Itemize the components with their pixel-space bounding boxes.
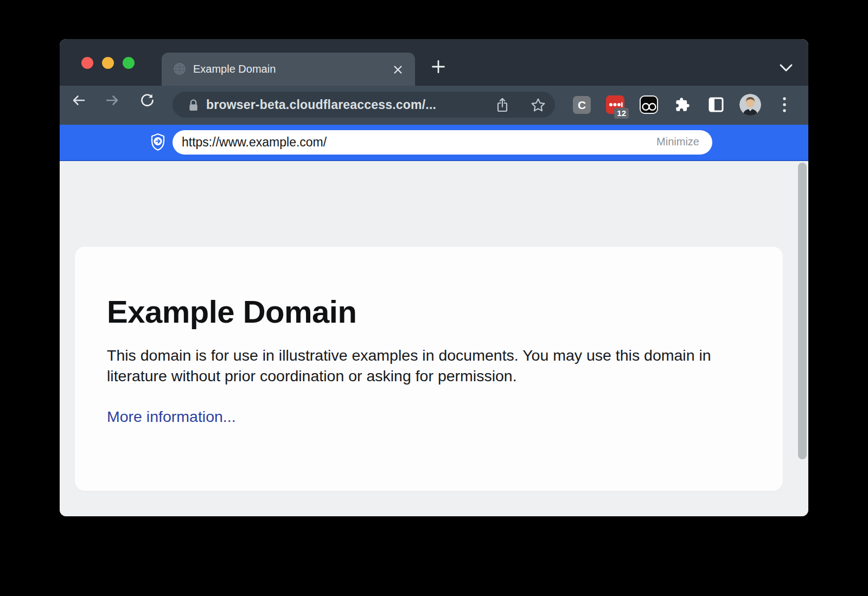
shield-arrow-icon [150, 133, 165, 151]
vertical-scrollbar-thumb[interactable] [798, 163, 807, 459]
page-paragraph: This domain is for use in illustrative e… [107, 345, 732, 386]
chevron-down-icon [779, 63, 793, 72]
new-tab-button[interactable] [425, 54, 451, 80]
password-manager-badge: 12 [614, 108, 629, 119]
minimize-bar-button[interactable]: Minimize [656, 136, 699, 148]
remote-browser-access-bar: https://www.example.com/ Minimize [60, 125, 808, 161]
page-viewport: Example Domain This domain is for use in… [60, 161, 808, 516]
tab-example-domain[interactable]: Example Domain [162, 53, 415, 86]
two-circles-extension-icon[interactable] [640, 95, 658, 114]
password-manager-extension-icon[interactable]: 12 [606, 95, 624, 114]
extension-c-label: C [578, 99, 586, 112]
side-panel-button[interactable] [709, 97, 724, 112]
browser-window: Example Domain [60, 39, 808, 516]
bookmark-star-icon[interactable] [529, 97, 547, 114]
remote-url-input[interactable]: https://www.example.com/ Minimize [173, 130, 712, 155]
example-domain-card: Example Domain This domain is for use in… [75, 247, 783, 491]
extension-c-icon[interactable]: C [573, 96, 591, 114]
lock-icon[interactable] [188, 98, 199, 114]
more-information-link[interactable]: More information... [107, 408, 236, 426]
extensions-menu-button[interactable] [674, 97, 691, 113]
kebab-menu-icon [782, 96, 787, 113]
reload-icon [139, 93, 155, 108]
omnibox-url-text: browser-beta.cloudflareaccess.com/... [206, 98, 436, 112]
page-title: Example Domain [107, 293, 750, 330]
forward-button[interactable] [105, 93, 129, 117]
back-button[interactable] [71, 93, 95, 117]
globe-favicon-icon [173, 62, 186, 75]
close-window-button[interactable] [81, 57, 93, 69]
titlebar: Example Domain [60, 39, 808, 86]
fullscreen-window-button[interactable] [123, 57, 135, 69]
tab-search-chevron-button[interactable] [777, 62, 795, 74]
back-arrow-icon [71, 93, 86, 108]
tab-close-icon[interactable] [389, 61, 406, 78]
omnibox-address-bar[interactable]: browser-beta.cloudflareaccess.com/... [173, 92, 555, 118]
double-circle-icon [641, 97, 657, 113]
minimize-window-button[interactable] [102, 57, 114, 69]
share-icon[interactable] [494, 97, 511, 114]
plus-icon [431, 60, 445, 74]
reload-button[interactable] [139, 93, 163, 117]
puzzle-piece-icon [675, 97, 690, 112]
forward-arrow-icon [105, 93, 120, 108]
tab-title: Example Domain [193, 63, 276, 75]
browser-menu-button[interactable] [779, 95, 790, 114]
side-panel-icon [709, 97, 724, 112]
profile-avatar[interactable] [739, 94, 761, 116]
remote-url-text: https://www.example.com/ [182, 135, 327, 150]
